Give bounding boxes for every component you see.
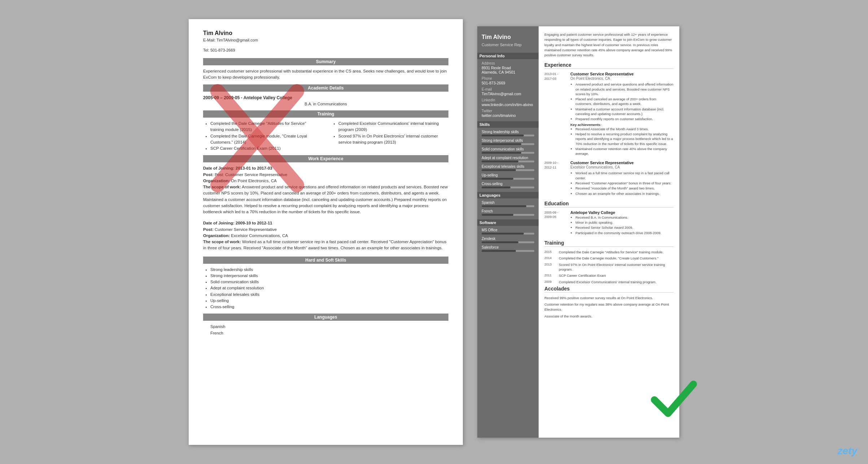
linkedin-val: www.linkedin.com/in/tim-alvino (482, 102, 534, 107)
sw-sb-1: MS Office (482, 228, 534, 235)
summary-header: Summary (203, 58, 448, 65)
edu-b4: Participated in the community outreach d… (575, 231, 674, 235)
right-name: Tim Alvino (482, 34, 534, 41)
work-date-1: Date of Joining: 2013-01 to 2017-03 (203, 165, 448, 171)
lang-sb-1: Spanish (482, 201, 534, 207)
training-section-header: Training (544, 240, 674, 247)
exp-achievements-1: Received Associate of the Month Award 3 … (570, 127, 674, 156)
skill-1: Strong leadership skills (210, 267, 448, 273)
academic-entry: 2005-09 – 2009-05 - Antelope Valley Coll… (203, 95, 448, 101)
training-1: 2015 Completed the Dale Carnegie "Attitu… (544, 250, 674, 254)
exp-bullets-2: Worked as a full time customer service r… (570, 171, 674, 196)
training-4: 2011 SCP Career Certification Exam (544, 273, 674, 278)
skill-5: Exceptional telesales skills (210, 292, 448, 298)
edu-b3: Received Senior Scholar Award 2009. (575, 225, 674, 230)
exp-company-2: Excelsior Communications, CA (570, 165, 674, 169)
work-post-2: Post: Customer Service Representative (203, 227, 448, 233)
skills-sidebar-header: Skills (477, 121, 539, 128)
training-left: Completed the Dale Carnegie "Attitudes f… (203, 121, 320, 152)
address-val: 8931 Rexle Road Alameda, CA 94501 (482, 66, 534, 74)
skill-sb-4: Adept at complaint resolution (482, 156, 534, 162)
training-right-2: Scored 97% in On Point Electronics' inte… (338, 133, 448, 146)
exp-date-1: 2013-01 - 2017-03 (544, 72, 566, 156)
exp-entry-2: 2009-10 - 2012-11 Customer Service Repre… (544, 161, 674, 196)
linkedin-label: LinkedIn (482, 98, 534, 102)
skills-sidebar-list: Strong leadership skills Strong interper… (482, 130, 534, 188)
training-left-1: Completed the Dale Carnegie "Attitudes f… (210, 121, 320, 133)
ach-1: Received Associate of the Month Award 3 … (575, 127, 674, 131)
exp-b2-1: Worked as a full time customer service r… (575, 171, 674, 180)
skill-sb-2: Strong interpersonal skills (482, 139, 534, 145)
edu-b1: Received B.A. in Communications. (575, 215, 674, 220)
lang-2: French (210, 330, 448, 336)
right-summary: Engaging and patient customer service pr… (544, 32, 674, 58)
resume-sidebar: Tim Alvino Customer Service Rep Personal… (477, 26, 539, 438)
skill-3: Solid communication skills (210, 279, 448, 285)
work-header: Work Experience (203, 155, 448, 162)
exp-b2-3: Received "Associate of the Month" award … (575, 186, 674, 191)
academic-header: Academic Details (203, 84, 448, 92)
work-scope-1: The scope of work: Answered product and … (203, 184, 448, 215)
training-2: 2014 Completed the Dale Carnegie module,… (544, 256, 674, 261)
exp-title-1: Customer Service Representative (570, 72, 674, 76)
languages-sidebar-header: Languages (477, 192, 539, 198)
phone-label: Phone (482, 76, 534, 80)
work-date-2: Date of Joining: 2009-10 to 2012-11 (203, 220, 448, 226)
exp-entry-1: 2013-01 - 2017-03 Customer Service Repre… (544, 72, 674, 156)
training-5: 2009 Completed Excelsior Communications'… (544, 280, 674, 284)
ach-3: Maintained customer retention rate 40% a… (575, 146, 674, 156)
email-label: E-mail (482, 87, 534, 91)
training-left-3: SCP Career Certification Exam (2011) (210, 145, 320, 152)
skill-2: Strong interpersonal skills (210, 273, 448, 279)
edu-b2: Minor in public speaking. (575, 220, 674, 225)
exp-company-1: On Point Electronics, CA (570, 76, 674, 80)
left-tel: Tel: 501-873-2669 (203, 48, 448, 52)
training-header: Training (203, 110, 448, 118)
exp-b1-2: Placed and canceled an average of 200+ o… (575, 97, 674, 106)
sw-sb-3: Salesforce (482, 245, 534, 252)
accolade-3: Associate of the month awards. (544, 314, 674, 319)
email-val: TimTAlvino@gmail.com (482, 92, 534, 96)
work-post-1: Post: Post: Customer Service Representat… (203, 172, 448, 178)
left-email: E-Mail: TimTAlvino@gmail.com (203, 38, 448, 42)
phone-val: 501-873-2669 (482, 81, 534, 85)
resume-bad: Tim Alvino E-Mail: TimTAlvino@gmail.com … (189, 19, 463, 445)
exp-b1-1: Answered product and service questions a… (575, 82, 674, 96)
skill-sb-5: Exceptional telesales skills (482, 165, 534, 171)
work-org-2: Organization: Excelsior Communications, … (203, 233, 448, 239)
sw-sb-2: Zendesk (482, 237, 534, 243)
training-list: 2015 Completed the Dale Carnegie "Attitu… (544, 250, 674, 284)
skills-header: Hard and Soft Skills (203, 257, 448, 264)
work-org-1: Organization: On Point Electronics, CA (203, 178, 448, 184)
work-scope-2: The scope of work: Worked as a full time… (203, 239, 448, 251)
skills-list: Strong leadership skills Strong interper… (203, 267, 448, 310)
training-cols: Completed the Dale Carnegie "Attitudes f… (203, 121, 448, 152)
edu-school-1: Antelope Valley College (570, 210, 674, 215)
summary-text: Experienced customer service professiona… (203, 68, 448, 81)
training-3: 2013 Scored 97% in On Point Electronics'… (544, 262, 674, 272)
resume-main: Engaging and patient customer service pr… (539, 26, 679, 438)
skill-6: Up-selling (210, 298, 448, 304)
twitter-val: twitter.com/timalvino (482, 113, 534, 118)
skill-sb-6: Up-selling (482, 173, 534, 180)
edu-date-1: 2005-09 - 2009-05 (544, 210, 566, 236)
lang-1: Spanish (210, 324, 448, 330)
lang-sb-2: French (482, 209, 534, 216)
twitter-label: Twitter (482, 109, 534, 113)
skill-sb-1: Strong leadership skills (482, 130, 534, 136)
accolades-section-header: Accolades (544, 286, 674, 293)
accolade-1: Received 99% positive customer survey re… (544, 296, 674, 301)
edu-section-header: Education (544, 201, 674, 207)
address-label: Address (482, 61, 534, 65)
software-sidebar-header: Software (477, 219, 539, 226)
zety-logo: zety (838, 445, 857, 457)
exp-b1-3: Maintained a customer account informatio… (575, 107, 674, 117)
academic-degree: B.A. in Communications (203, 101, 448, 107)
training-right: Completed Excelsior Communications' inte… (331, 121, 448, 152)
skill-sb-3: Solid communication skills (482, 147, 534, 154)
training-right-1: Completed Excelsior Communications' inte… (338, 121, 448, 133)
languages-header: Languages (203, 314, 448, 321)
left-name: Tim Alvino (203, 30, 448, 36)
skill-4: Adept at complaint resolution (210, 285, 448, 291)
training-left-2: Completed the Dale Carnegie module, "Cre… (210, 133, 320, 146)
